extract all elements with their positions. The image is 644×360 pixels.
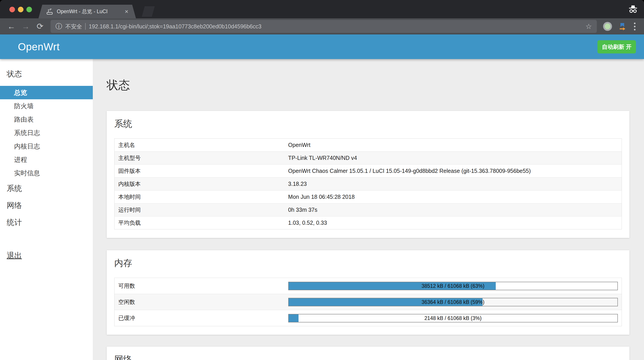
sidebar-item-processes[interactable]: 进程: [0, 153, 93, 166]
sidebar-section-network[interactable]: 网络: [0, 197, 93, 214]
memory-free-progressbar: 36364 kB / 61068 kB (59%): [288, 298, 618, 306]
table-row: 已缓冲 2148 kB / 61068 kB (3%): [114, 310, 622, 326]
table-row: 空闲数 36364 kB / 61068 kB (59%): [114, 294, 622, 310]
sidebar-section-system[interactable]: 系统: [0, 180, 93, 197]
profile-avatar[interactable]: [603, 22, 612, 31]
table-row: 固件版本 OpenWrt Chaos Calmer 15.05.1 / LuCI…: [114, 164, 622, 178]
tab-strip: OpenWrt - 总览 - LuCI ×: [0, 0, 644, 18]
address-divider: [85, 23, 86, 30]
sidebar-item-syslog[interactable]: 系统日志: [0, 126, 93, 140]
site-header: OpenWrt 自动刷新 开: [0, 34, 644, 59]
browser-tab[interactable]: OpenWrt - 总览 - LuCI ×: [38, 5, 136, 18]
network-card: 网络: [107, 346, 630, 360]
browser-toolbar: ← → ⟳ ⓘ 不安全 192.168.1.1/cgi-bin/luci/;st…: [0, 18, 644, 34]
sidebar-item-realtime[interactable]: 实时信息: [0, 166, 93, 180]
memory-card: 内存 可用数 38512 kB / 61068 kB (63%) 空闲数: [107, 250, 630, 335]
sidebar-item-overview[interactable]: 总览: [0, 86, 93, 99]
site-brand: OpenWrt: [18, 41, 60, 53]
toolbar-right: [601, 22, 639, 31]
system-card-title: 系统: [114, 118, 622, 130]
sidebar: 状态 总览 防火墙 路由表 系统日志 内核日志 进程 实时信息 系统 网络 统计…: [0, 59, 93, 360]
tab-close-icon[interactable]: ×: [125, 8, 128, 15]
sidebar-section-status[interactable]: 状态: [0, 59, 93, 86]
system-table: 主机名 OpenWrt 主机型号 TP-Link TL-WR740N/ND v4…: [114, 138, 622, 230]
browser-window: OpenWrt - 总览 - LuCI × ← → ⟳ ⓘ 不安全 192.16…: [0, 0, 644, 360]
sidebar-item-logout[interactable]: 退出: [0, 247, 93, 264]
table-row: 本地时间 Mon Jun 18 06:45:28 2018: [114, 190, 622, 204]
table-row: 可用数 38512 kB / 61068 kB (63%): [114, 278, 622, 294]
table-row: 内核版本 3.18.23: [114, 178, 622, 190]
sidebar-item-kernellog[interactable]: 内核日志: [0, 140, 93, 153]
table-row: 主机名 OpenWrt: [114, 139, 622, 152]
page-title: 状态: [107, 77, 630, 93]
memory-table: 可用数 38512 kB / 61068 kB (63%) 空闲数 36364: [114, 278, 622, 326]
network-card-title: 网络: [114, 353, 622, 360]
window-controls: [10, 7, 32, 12]
tab-title: OpenWrt - 总览 - LuCI: [57, 8, 121, 15]
extension-icon[interactable]: [618, 22, 627, 31]
security-label: 不安全: [65, 23, 82, 30]
autorefresh-toggle-button[interactable]: 自动刷新 开: [598, 40, 636, 54]
sidebar-item-routes[interactable]: 路由表: [0, 113, 93, 126]
table-row: 平均负载 1.03, 0.52, 0.33: [114, 216, 622, 230]
close-window-button[interactable]: [10, 7, 15, 12]
memory-available-progressbar: 38512 kB / 61068 kB (63%): [288, 282, 618, 290]
address-bar[interactable]: ⓘ 不安全 192.168.1.1/cgi-bin/luci/;stok=19a…: [50, 20, 597, 33]
system-card: 系统 主机名 OpenWrt 主机型号 TP-Link TL-WR740N/ND…: [107, 111, 630, 238]
zoom-window-button[interactable]: [26, 7, 32, 12]
sidebar-item-firewall[interactable]: 防火墙: [0, 99, 93, 113]
bookmark-star-icon[interactable]: ☆: [586, 22, 592, 31]
reload-button[interactable]: ⟳: [34, 22, 46, 30]
memory-buffered-progressbar: 2148 kB / 61068 kB (3%): [288, 314, 618, 322]
table-row: 运行时间 0h 33m 37s: [114, 204, 622, 216]
main-content: 状态 系统 主机名 OpenWrt 主机型号 TP-Link TL-WR740N…: [93, 59, 644, 360]
url-text: 192.168.1.1/cgi-bin/luci/;stok=19aa10773…: [89, 23, 582, 30]
browser-menu-button[interactable]: [632, 22, 637, 30]
memory-card-title: 内存: [114, 257, 622, 269]
incognito-icon: [628, 4, 638, 14]
new-tab-button[interactable]: [142, 6, 155, 17]
back-button[interactable]: ←: [5, 22, 18, 30]
forward-button[interactable]: →: [20, 22, 32, 30]
page-info-icon[interactable]: ⓘ: [56, 23, 62, 30]
sidebar-section-statistics[interactable]: 统计: [0, 214, 93, 231]
table-row: 主机型号 TP-Link TL-WR740N/ND v4: [114, 152, 622, 164]
router-favicon-icon: [46, 8, 53, 15]
minimize-window-button[interactable]: [18, 7, 24, 12]
